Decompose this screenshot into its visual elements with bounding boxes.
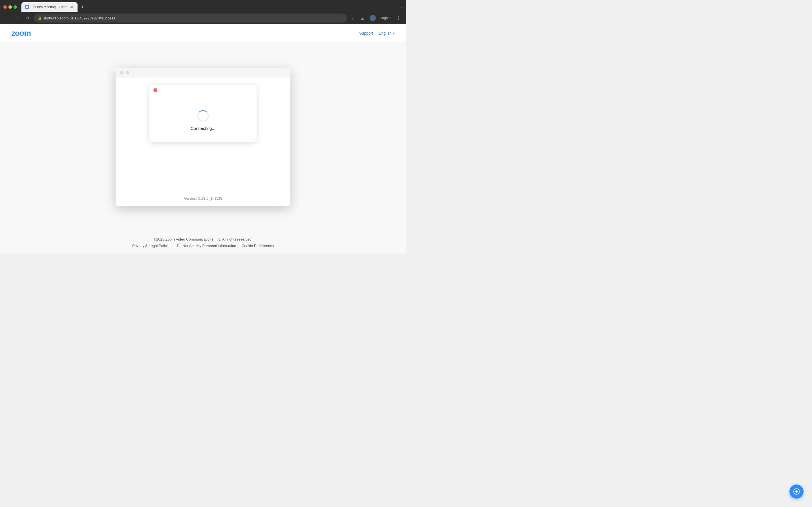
url-bar[interactable]: 🔒 us06web.zoom.us/s/84399731278#success [34, 13, 347, 22]
profile-button[interactable]: 👤 Incognito [367, 14, 394, 22]
active-tab[interactable]: Launch Meeting - Zoom ✕ [21, 2, 78, 12]
back-button[interactable]: ‹ [3, 14, 11, 22]
window-controls [3, 5, 17, 9]
site-navbar: zoom Support English ▾ [0, 24, 406, 42]
app-window-content: zoom Connecting... Version: 5.13.5 (1482… [116, 78, 290, 206]
chevron-down-icon: ▾ [393, 31, 395, 36]
support-link[interactable]: Support [359, 31, 373, 36]
connecting-text: Connecting... [191, 126, 215, 131]
site-footer: ©2023 Zoom Video Communications, Inc. Al… [0, 231, 406, 253]
dialog-close-button[interactable] [153, 88, 157, 92]
profile-label: Incognito [377, 16, 391, 20]
tab-title: Launch Meeting - Zoom [32, 5, 67, 9]
maximize-button[interactable] [13, 5, 17, 9]
tab-bar: Launch Meeting - Zoom ✕ + ⌄ [0, 0, 406, 12]
url-text: us06web.zoom.us/s/84399731278#success [44, 16, 343, 20]
page-content: zoom Support English ▾ zoom [0, 24, 406, 253]
zoom-logo: zoom [11, 29, 31, 38]
toolbar-right: ☆ ⊡ 👤 Incognito ⋮ [349, 14, 403, 22]
connecting-dialog: Connecting... [149, 85, 257, 142]
profile-icon: 👤 [370, 15, 376, 21]
privacy-link[interactable]: Privacy & Legal Policies [132, 244, 171, 248]
separator-2: | [238, 244, 239, 248]
version-text: Version: 5.13.5 (14826) [184, 191, 222, 201]
loading-spinner [197, 110, 209, 121]
footer-links: Privacy & Legal Policies | Do Not Sell M… [6, 244, 400, 248]
app-close-dot [120, 71, 123, 74]
zoom-app-window: zoom Connecting... Version: 5.13.5 (1482… [116, 68, 290, 206]
tab-close-button[interactable]: ✕ [70, 5, 74, 9]
language-button[interactable]: English ▾ [378, 31, 395, 36]
svg-point-0 [26, 6, 28, 8]
app-minimize-dot [126, 71, 129, 74]
main-area: zoom Connecting... Version: 5.13.5 (1482… [0, 42, 406, 231]
address-bar: ‹ › ↻ 🔒 us06web.zoom.us/s/84399731278#su… [0, 12, 406, 24]
refresh-button[interactable]: ↻ [24, 14, 32, 22]
tab-favicon [25, 5, 29, 9]
profile-sidebar-button[interactable]: ⊡ [358, 14, 366, 22]
close-button[interactable] [3, 5, 7, 9]
new-tab-button[interactable]: + [79, 3, 87, 11]
menu-button[interactable]: ⋮ [395, 14, 403, 22]
footer-copyright: ©2023 Zoom Video Communications, Inc. Al… [6, 237, 400, 241]
do-not-sell-link[interactable]: Do Not Sell My Personal Information [177, 244, 236, 248]
lock-icon: 🔒 [38, 16, 42, 20]
tab-dropdown[interactable]: ⌄ [399, 5, 403, 9]
minimize-button[interactable] [8, 5, 12, 9]
bookmark-button[interactable]: ☆ [349, 14, 357, 22]
forward-button[interactable]: › [13, 14, 21, 22]
language-label: English [378, 31, 392, 36]
spinner-container: Connecting... [191, 110, 215, 131]
separator-1: | [174, 244, 174, 248]
browser-chrome: Launch Meeting - Zoom ✕ + ⌄ ‹ › ↻ 🔒 us06… [0, 0, 406, 24]
cookie-preferences-link[interactable]: Cookie Preferences [242, 244, 274, 248]
nav-links: Support English ▾ [359, 31, 395, 36]
app-window-header [116, 68, 290, 78]
